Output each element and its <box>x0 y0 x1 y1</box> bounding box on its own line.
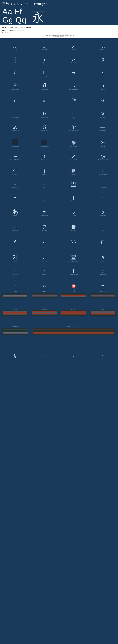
cell-hiragana: 三 Hiragana <box>1 189 30 202</box>
grid-row-cjk-exts-2: CJK Ext F CJK Ext G CJK Ext H <box>1 308 117 326</box>
alphabet-lower: abcdefghijklmnopqrstuvwxyz <box>2 29 116 32</box>
cell-letterlike: − Letterlike Symbols <box>1 105 30 118</box>
cell-arrows: ← Arrows <box>59 105 88 118</box>
grid-row-11: 三 CJK Radicals Sup ⼀ Kangxi ⿰ IDS ı CJK … <box>1 176 117 189</box>
cell-dingbats: ✂ Dingbats <box>88 132 117 148</box>
header: 更紗ゴシック UI J Extralight Aa FfGg Qq 永 ABCD… <box>0 0 118 38</box>
cell-super-sub: ᪤ Super And Sub <box>30 90 59 105</box>
cell-cjk-ext-g: CJK Ext G <box>30 308 59 326</box>
cell-cjk-ext-c: CJK Ext C <box>30 290 59 308</box>
cell-punctuation: c Punctuation <box>1 90 30 105</box>
cell-diacriticals-sym: α Diacriticals For Symbols <box>88 90 117 105</box>
cell-hangul: 가 Hangul <box>1 246 30 262</box>
cell-sub-arrows-b: ↗ Sub Arrows B <box>59 148 88 161</box>
cell-math-ops: ∀ Math Operators <box>88 105 117 118</box>
cell-greek-ext: a Greek Ext <box>88 77 117 90</box>
cell-sup-arrows-c: ⇄ Sup Arrows C <box>88 276 117 290</box>
grid-row-2: ! IPA Ext i Modifier letters Ā Diacritic… <box>1 51 117 64</box>
cell-end-1: ☿ <box>1 344 30 359</box>
cell-kangxi: ⼀ Kangxi <box>30 176 59 189</box>
cell-cjk-ext-i: CJK Ext I <box>88 308 117 326</box>
grid-row-15: € Cyrillic Ext B ⌐ Latin Ext D NN Kayah … <box>1 231 117 246</box>
cell-cjk-ext-b: CJK Ext B <box>1 290 30 308</box>
cell-enclosed-alphanum-sup: ♻ Enclosed Alphanums Sup <box>30 276 59 290</box>
grid-row-8: Block Elements Geometric Shapes ✳ Misc S… <box>1 132 117 148</box>
cell-cjk-ext-f: CJK Ext F <box>1 308 30 326</box>
cell-cjk-ext-h: CJK Ext H <box>59 308 88 326</box>
cell-phonetic-ext: ʇ Phonetic Ext <box>88 64 117 77</box>
cell-cjk-compat-forms: ⌊ CJK Compat Forms <box>59 262 88 276</box>
grid-row-18: ↕ Half And Full Forms ♻ Enclosed Alphanu… <box>1 276 117 290</box>
cell-latin-ext-b: ƀƁƂ Latin Ext B <box>88 39 117 51</box>
cell-modifier: i Modifier letters <box>30 51 59 64</box>
grid-row-6: − Letterlike Symbols 0 Number Forms ← Ar… <box>1 105 117 118</box>
grid-row-14: ⌈⌋ Enclosed CJK ア CJK Compat 丗 CJK Ext A… <box>1 217 117 231</box>
font-title: 更紗ゴシック UI J Extralight <box>2 2 116 6</box>
cell-sup-punct: ı Sup Punctuation <box>88 161 117 176</box>
cell-cjk-compat: ア CJK Compat <box>30 217 59 231</box>
cell-latin-ext-d: ⌐ Latin Ext D <box>30 231 59 246</box>
cell-greek: b Greek <box>88 51 117 64</box>
grid-row-17: ? Vertical Forms ′ Half Marks ⌊ CJK Comp… <box>1 262 117 276</box>
grid-row-cjk-exts-3: CJK Ext J CJK Compat Ideographs Sup <box>1 326 117 344</box>
cell-half-marks: ′ Half Marks <box>30 262 59 276</box>
cell-diacriticals-sup: Л Diacriticals Sup <box>30 77 59 90</box>
grid-row-12: 三 Hiragana — Katakana ⌈ Bopomofo ⌐ Compa… <box>1 189 117 202</box>
cell-cjk-symbols: ı CJK Symbols <box>88 176 117 189</box>
cell-katakana: — Katakana <box>30 189 59 202</box>
cell-katakana-ext: ク Katakana Ext <box>88 202 117 217</box>
cell-misc-symbols: ✳ Misc Symbols <box>59 132 88 148</box>
cell-compat-jamo: ⌐ Compat Jamo <box>88 189 117 202</box>
cell-cjk-ext-j: CJK Ext J <box>1 326 30 344</box>
cell-cjk-compat-ideographs-sup-label: CJK Compat Ideographs Sup <box>30 326 117 344</box>
cell-cjk-radicals: 三 CJK Radicals Sup <box>1 176 30 189</box>
latin-preview: Aa FfGg Qq <box>2 7 26 24</box>
cell-jamo-ext-a: 口 Jamo Ext A <box>88 231 117 246</box>
cell-currency: ₠ Currency Symbols <box>59 90 88 105</box>
cell-kanbun: あ Kanbun <box>1 202 30 217</box>
cell-jamo-ext-b: ⌐ Jamo Ext B <box>30 246 59 262</box>
cell-cjk-compat-ideographs: 豊 CJK Compat Ideographs <box>59 246 88 262</box>
cell-cjk-ext-d: CJK Ext D <box>59 290 88 308</box>
cell-cjk-strokes: ヲ CJK Strokes <box>59 202 88 217</box>
cell-cyrillic: е Cyrillic <box>1 64 30 77</box>
cell-geometric: Geometric Shapes <box>30 132 59 148</box>
cell-phonetic-ext-sup: È Phonetic Ext Sup <box>1 77 30 90</box>
cell-latin-ext-a: ĀĎŶ Latin Ext A <box>59 39 88 51</box>
cell-sup-arrows-a: ↑ Sup Arrows A <box>30 148 59 161</box>
cell-kayah-l: NN Kayah L <box>59 231 88 246</box>
copyright: © Design by fontke.com <box>2 36 116 37</box>
grid-row-9: ← Misc Math Symbols A ↑ Sup Arrows A ↗ S… <box>1 148 117 161</box>
cell-number-forms: 0 Number Forms <box>30 105 59 118</box>
digits: 0123456789 <box>2 31 116 34</box>
cell-misc-math-b: ◎ Misc Math Symbols B <box>88 148 117 161</box>
cell-cyrillic-ext-b: € Cyrillic Ext B <box>1 231 30 246</box>
cell-end-3: ♀ <box>59 344 88 359</box>
cell-cjk-ext-e: CJK Ext E <box>88 290 117 308</box>
cell-end-2: → <box>30 344 59 359</box>
cell-bopomofo-ext: ≡ Bopomofo Ext <box>30 202 59 217</box>
cell-cjk-ext-a: 丗 CJK Ext A <box>59 217 88 231</box>
cell-ipa: ! IPA Ext <box>1 51 30 64</box>
cell-misc-math-a: ← Misc Math Symbols A <box>1 148 30 161</box>
grid-row-last: ☿ → ♀ ♂ <box>1 344 117 359</box>
info-section: ABCDEFGHIJKLMNOPQRSTUVWXYZ abcdefghijklm… <box>0 25 118 38</box>
grid-row-7: a/c Misc Technical ⅓ Control Pictures ① … <box>1 118 117 132</box>
cell-misc-technical: a/c Misc Technical <box>1 118 30 132</box>
alphabet-upper: ABCDEFGHIJKLMNOPQRSTUVWXYZ <box>2 26 116 29</box>
cell-latin-ext-c: j Latin Ext C <box>30 161 59 176</box>
grid-row-1: ABC ASCII ½¿ Latin 1 Sup ĀĎŶ Latin Ext A… <box>1 39 117 51</box>
kanji-preview: 永 <box>31 11 45 24</box>
character-grid: ABC ASCII ½¿ Latin 1 Sup ĀĎŶ Latin Ext A… <box>0 38 118 360</box>
cell-enclosed-cjk: ⌈⌋ Enclosed CJK <box>1 217 30 231</box>
cell-alphabetic-pf: ff Alphabetic PF <box>88 246 117 262</box>
grid-row-cjk-exts-1: CJK Ext B CJK Ext C CJK Ext D <box>1 290 117 308</box>
cell-misc-arrows: ⇐ Misc Arrows <box>1 161 30 176</box>
cell-ascii: ABC ASCII <box>1 39 30 51</box>
cell-enclosed-alphanum: ① Enclosed Alphanums <box>59 118 88 132</box>
cell-jamo: ¬ Jamo <box>59 64 88 77</box>
cell-latin-ext-add: ¬ Latin Ext Additional <box>59 77 88 90</box>
cell-ids: ⿰ IDS <box>59 176 88 189</box>
cell-cjk: ⊣ CJK <box>88 217 117 231</box>
grid-row-16: 가 Hangul ⌐ Jamo Ext B 豊 CJK Compat Ideog… <box>1 246 117 262</box>
